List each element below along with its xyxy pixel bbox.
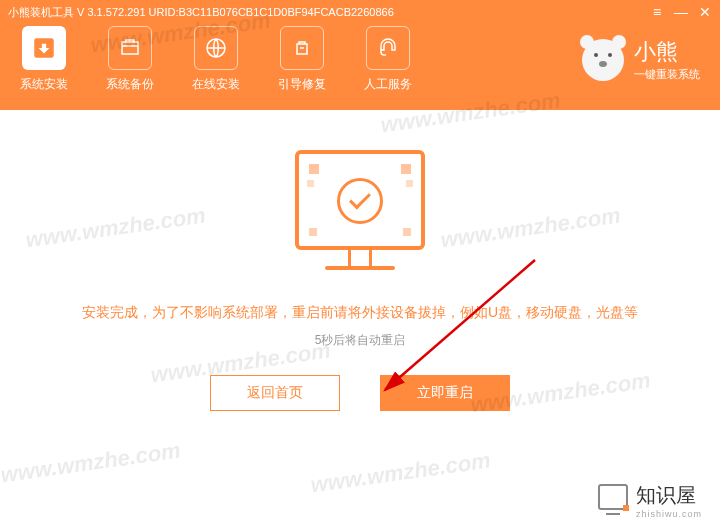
footer-icon bbox=[598, 484, 628, 510]
checkmark-icon bbox=[337, 178, 383, 224]
nav-label: 人工服务 bbox=[364, 76, 412, 93]
app-title: 小熊装机工具 V 3.1.572.291 URID:B3C11B076CB1C1… bbox=[8, 5, 394, 20]
minimize-icon[interactable]: — bbox=[674, 5, 688, 19]
brand-title: 小熊 bbox=[634, 37, 700, 67]
online-icon bbox=[194, 26, 238, 70]
success-illustration bbox=[295, 150, 425, 270]
brand-area: 小熊 一键重装系统 bbox=[582, 37, 700, 82]
nav-system-install[interactable]: 系统安装 bbox=[20, 26, 68, 93]
nav-manual-service[interactable]: 人工服务 bbox=[364, 26, 412, 93]
footer-title: 知识屋 bbox=[636, 482, 702, 509]
nav-system-backup[interactable]: 系统备份 bbox=[106, 26, 154, 93]
nav-label: 系统备份 bbox=[106, 76, 154, 93]
nav-label: 在线安装 bbox=[192, 76, 240, 93]
countdown-message: 5秒后将自动重启 bbox=[0, 332, 720, 349]
watermark: www.wmzhe.com bbox=[309, 448, 492, 499]
nav-label: 系统安装 bbox=[20, 76, 68, 93]
restart-now-button[interactable]: 立即重启 bbox=[380, 375, 510, 411]
nav-boot-repair[interactable]: 引导修复 bbox=[278, 26, 326, 93]
footer-brand: 知识屋 zhishiwu.com bbox=[598, 482, 702, 519]
nav-label: 引导修复 bbox=[278, 76, 326, 93]
service-icon bbox=[366, 26, 410, 70]
back-home-button[interactable]: 返回首页 bbox=[210, 375, 340, 411]
close-icon[interactable]: ✕ bbox=[698, 5, 712, 19]
bear-icon bbox=[582, 39, 624, 81]
brand-subtitle: 一键重装系统 bbox=[634, 67, 700, 82]
menu-icon[interactable]: ≡ bbox=[650, 5, 664, 19]
footer-url: zhishiwu.com bbox=[636, 509, 702, 519]
nav-online-install[interactable]: 在线安装 bbox=[192, 26, 240, 93]
repair-icon bbox=[280, 26, 324, 70]
completion-message: 安装完成，为了不影响系统部署，重启前请将外接设备拔掉，例如U盘，移动硬盘，光盘等 bbox=[0, 304, 720, 322]
watermark: www.wmzhe.com bbox=[0, 438, 182, 489]
backup-icon bbox=[108, 26, 152, 70]
install-icon bbox=[22, 26, 66, 70]
